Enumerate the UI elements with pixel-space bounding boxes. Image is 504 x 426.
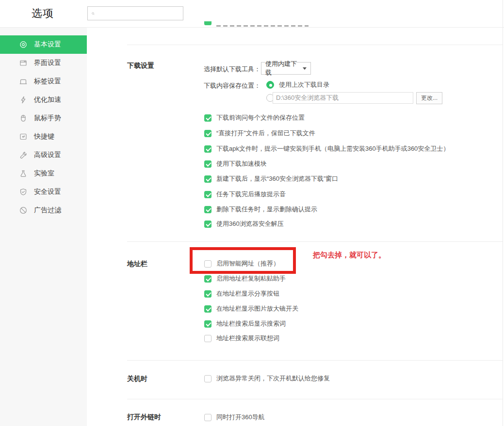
checkbox[interactable]: [204, 290, 211, 298]
checkbox-row[interactable]: 浏览器异常关闭，下次开机默认给您修复: [204, 374, 330, 383]
sidebar-item-advanced-settings[interactable]: 高级设置: [0, 146, 87, 164]
addressbar-section-title: 地址栏: [127, 260, 147, 268]
annotation-text: 把勾去掉，就可以了。: [313, 251, 386, 260]
sidebar-item-hotkeys[interactable]: 快捷键: [0, 127, 87, 146]
checkbox[interactable]: [204, 206, 211, 213]
checkbox-label: 任务下载完后播放提示音: [216, 190, 286, 199]
right-edge-divider: [503, 0, 503, 426]
checkbox[interactable]: [204, 375, 211, 382]
checkbox-row[interactable]: 任务下载完后播放提示音: [204, 189, 286, 199]
checkbox-label: 删除下载任务时，显示删除确认提示: [216, 205, 317, 214]
sidebar-item-security-settings[interactable]: 安全设置: [0, 183, 87, 201]
checkbox-label: 使用下载加速模块: [216, 159, 267, 168]
radio-row-last-directory[interactable]: 使用上次下载目录: [266, 80, 329, 90]
checkbox[interactable]: [204, 221, 211, 228]
checkbox[interactable]: [204, 191, 211, 198]
checkbox[interactable]: [204, 175, 211, 183]
checkbox-row[interactable]: 同时打开360导航: [204, 412, 265, 422]
chevron-down-icon: [303, 67, 307, 70]
checkbox-row[interactable]: 下载apk文件时，提示一键安装到手机（电脑上需安装360手机助手或360安全卫士…: [204, 144, 449, 154]
search-icon: [92, 10, 95, 17]
clipped-label: [216, 25, 309, 27]
sidebar-item-label: 安全设置: [34, 188, 61, 196]
download-tool-value: 使用内建下载: [265, 60, 303, 77]
checkbox[interactable]: [204, 160, 211, 168]
block-icon: [19, 206, 27, 214]
change-path-button[interactable]: 更改...: [416, 92, 442, 104]
checkbox-label: “直接打开”文件后，保留已下载文件: [216, 129, 315, 138]
sidebar-item-interface-settings[interactable]: 界面设置: [0, 54, 87, 72]
checkbox-row[interactable]: 下载前询问每个文件的保存位置: [204, 113, 305, 123]
wrench-icon: [19, 151, 27, 159]
checkbox[interactable]: [204, 130, 211, 137]
checkbox-row[interactable]: 新建下载后，显示“360安全浏览器下载”窗口: [204, 174, 338, 184]
sidebar-item-tab-settings[interactable]: 标签设置: [0, 72, 87, 91]
highlight-annotation-box: [190, 247, 296, 274]
checkbox-label: 新建下载后，显示“360安全浏览器下载”窗口: [216, 174, 338, 183]
checkbox-label: 使用360浏览器安全解压: [216, 220, 284, 228]
clipped-checkbox: [204, 21, 211, 25]
download-path-field[interactable]: [273, 92, 413, 104]
search-box[interactable]: [87, 6, 183, 20]
checkbox-row[interactable]: 在地址栏显示分享按钮: [204, 289, 279, 299]
sidebar-item-label: 鼠标手势: [34, 114, 61, 123]
checkbox[interactable]: [204, 320, 211, 328]
checkbox-label: 下载前询问每个文件的保存位置: [216, 113, 305, 122]
gear-icon: [19, 41, 27, 48]
checkbox-label: 浏览器异常关闭，下次开机默认给您修复: [216, 374, 330, 383]
sidebar-item-ad-filter[interactable]: 广告过滤: [0, 201, 87, 220]
checkbox[interactable]: [204, 305, 211, 313]
sidebar-item-label: 高级设置: [34, 151, 61, 159]
download-tool-dropdown[interactable]: 使用内建下载: [261, 62, 311, 75]
options-page: 选项 基本设置 界面设置 标签设置 优化加速 鼠标手势: [0, 0, 504, 426]
checkbox-label: 地址栏搜索展示联想词: [216, 334, 279, 343]
checkbox-label: 地址栏搜索后显示搜索词: [216, 319, 286, 328]
section-divider: [127, 45, 503, 45]
checkbox[interactable]: [204, 114, 211, 122]
page-title: 选项: [32, 6, 54, 21]
sidebar-item-label: 优化加速: [34, 95, 61, 104]
checkbox[interactable]: [204, 414, 211, 421]
checkbox[interactable]: [204, 145, 211, 153]
sidebar-item-label: 广告过滤: [34, 206, 61, 215]
window-icon: [19, 59, 27, 67]
radio-last-directory[interactable]: [266, 81, 274, 89]
section-divider: [127, 360, 503, 361]
checkbox-row[interactable]: 使用360浏览器安全解压: [204, 219, 284, 229]
checkbox-label: 在地址栏显示分享按钮: [216, 289, 279, 298]
flask-icon: [19, 170, 27, 177]
checkbox-row[interactable]: 启用地址栏复制粘贴助手: [204, 274, 286, 284]
sidebar-item-mouse-gestures[interactable]: 鼠标手势: [0, 109, 87, 127]
checkbox-label: 启用地址栏复制粘贴助手: [216, 274, 286, 283]
checkbox-row[interactable]: 使用下载加速模块: [204, 159, 267, 169]
sidebar-item-basic-settings[interactable]: 基本设置: [0, 35, 87, 54]
default-download-tool-label: 选择默认下载工具：: [204, 65, 260, 74]
section-divider: [127, 399, 503, 399]
shutdown-section-title: 关机时: [127, 375, 147, 383]
checkbox[interactable]: [204, 335, 211, 342]
checkbox-row[interactable]: 地址栏搜索后显示搜索词: [204, 319, 286, 329]
save-location-label: 下载内容保存位置：: [204, 81, 260, 90]
tab-icon: [19, 78, 27, 85]
sidebar-item-lab[interactable]: 实验室: [0, 164, 87, 183]
checkbox-row[interactable]: 地址栏搜索展示联想词: [204, 333, 279, 343]
checkbox-row[interactable]: “直接打开”文件后，保留已下载文件: [204, 128, 315, 138]
mouse-icon: [19, 114, 27, 122]
sidebar-item-label: 实验室: [34, 169, 54, 178]
checkbox-row[interactable]: 删除下载任务时，显示删除确认提示: [204, 205, 317, 214]
open-external-section-title: 打开外链时: [127, 413, 161, 422]
radio-label: 使用上次下载目录: [279, 80, 329, 89]
sidebar: 基本设置 界面设置 标签设置 优化加速 鼠标手势 快捷键 高级设置 实验室: [0, 28, 87, 426]
sidebar-item-label: 快捷键: [34, 132, 54, 141]
sidebar-item-label: 标签设置: [34, 77, 61, 86]
download-section-title: 下载设置: [127, 62, 154, 70]
section-divider: [127, 241, 503, 242]
hotkey-icon: [19, 133, 27, 141]
checkbox-row[interactable]: 在地址栏显示图片放大镜开关: [204, 304, 298, 314]
checkbox-label: 下载apk文件时，提示一键安装到手机（电脑上需安装360手机助手或360安全卫士…: [216, 144, 449, 153]
checkbox-label: 在地址栏显示图片放大镜开关: [216, 304, 298, 313]
checkbox[interactable]: [204, 275, 211, 283]
sidebar-item-optimize-speed[interactable]: 优化加速: [0, 91, 87, 109]
search-input[interactable]: [98, 7, 183, 20]
checkbox-label: 同时打开360导航: [216, 413, 265, 422]
